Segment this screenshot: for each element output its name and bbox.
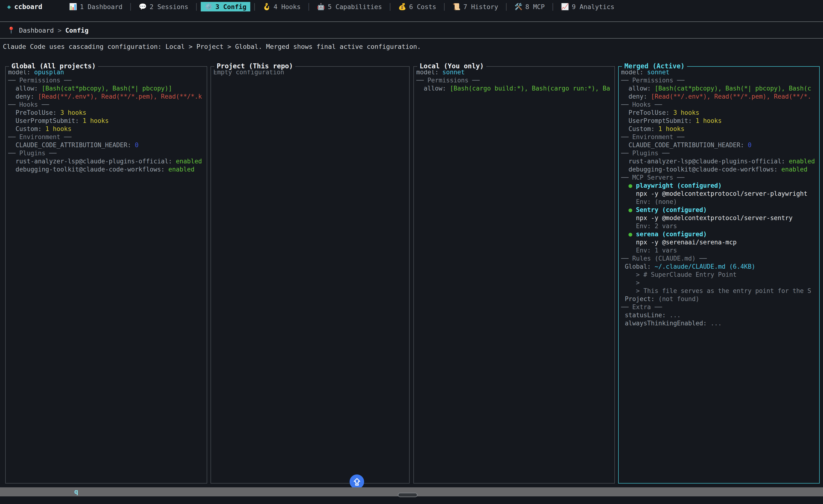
config-line: ── Permissions ── <box>621 76 817 84</box>
gear-icon: ⚙️ <box>204 3 213 10</box>
tab-divider: │ <box>250 2 259 11</box>
panel-title: Global (All projects) <box>9 62 98 70</box>
tab-label: 7 History <box>463 3 498 10</box>
tab-dashboard[interactable]: 📊1 Dashboard <box>65 2 127 11</box>
config-line: ── Environment ── <box>8 133 204 141</box>
tab-label: 6 Costs <box>409 3 436 10</box>
config-line: allow: [Bash(cat*pbcopy), Bash(*| pbcopy… <box>8 84 204 93</box>
tab-history[interactable]: 📜7 History <box>449 2 502 11</box>
tab-costs[interactable]: 💰6 Costs <box>394 2 440 11</box>
config-line: deny: [Read(**/.env*), Read(**/*.pem), R… <box>621 93 817 101</box>
config-line: Global: ~/.claude/CLAUDE.md (6.4KB) <box>621 263 817 271</box>
tab-divider: │ <box>440 2 449 11</box>
config-line: rust-analyzer-lsp@claude-plugins-officia… <box>621 157 817 165</box>
config-line: ● playwright (configured) <box>621 181 817 190</box>
config-line: PreToolUse: 3 hooks <box>8 109 204 117</box>
scroll-top-button[interactable] <box>350 475 364 489</box>
tab-divider: │ <box>502 2 511 11</box>
config-line: CLAUDE_CODE_ATTRIBUTION_HEADER: 0 <box>8 141 204 149</box>
ccboard-app: { "app": { "brand": "ccboard" }, "tab_di… <box>0 0 823 504</box>
hammer-wrench-icon: 🛠️ <box>514 3 522 10</box>
tab-analytics[interactable]: 📈9 Analytics <box>557 2 619 11</box>
quit-key-hint: q <box>74 488 78 495</box>
app-title: ccboard <box>14 3 42 11</box>
panel-body: Empty configuration <box>211 67 409 483</box>
config-line: allow: [Bash(cat*pbcopy), Bash(*| pbcopy… <box>621 84 817 93</box>
diamond-icon: ◈ <box>7 3 11 10</box>
config-line: debugging-toolkit@claude-code-workflows:… <box>621 165 817 173</box>
chart-increasing-icon: 📈 <box>561 3 569 10</box>
tab-divider: │ <box>386 2 394 11</box>
tab-capabilities[interactable]: 🤖5 Capabilities <box>313 2 386 11</box>
config-line: npx -y @serenaai/serena-mcp <box>621 238 817 246</box>
config-line: ── Permissions ── <box>416 76 612 84</box>
tab-label: 2 Sessions <box>150 3 188 10</box>
tab-hooks[interactable]: 🪝4 Hooks <box>259 2 305 11</box>
config-line: Env: 2 vars <box>621 222 817 230</box>
page-description: Claude Code uses cascading configuration… <box>3 43 421 50</box>
panel-body: model: sonnet── Permissions ── allow: [B… <box>619 67 819 483</box>
config-line: debugging-toolkit@claude-code-workflows:… <box>8 165 204 173</box>
config-line: ── Environment ── <box>621 133 817 141</box>
config-line: npx -y @modelcontextprotocol/server-sent… <box>621 214 817 222</box>
panel-title: Project (This repo) <box>214 62 295 70</box>
config-line: UserPromptSubmit: 1 hooks <box>8 117 204 125</box>
hook-icon: 🪝 <box>263 3 271 10</box>
top-tab-bar: ◈ ccboard 📊1 Dashboard│💬2 Sessions│⚙️3 C… <box>0 0 823 22</box>
panel-body: model: opusplan── Permissions ── allow: … <box>6 67 207 483</box>
tab-label: 9 Analytics <box>572 3 614 10</box>
tab-label: 3 Config <box>215 3 246 10</box>
config-line: ── Rules (CLAUDE.md) ── <box>621 255 817 263</box>
tab-bar-items: ◈ ccboard 📊1 Dashboard│💬2 Sessions│⚙️3 C… <box>0 0 823 11</box>
config-line: statusLine: ... <box>621 311 817 319</box>
tab-sessions[interactable]: 💬2 Sessions <box>135 2 192 11</box>
panel-merged: Merged (Active) model: sonnet── Permissi… <box>618 66 820 484</box>
config-line: ── Permissions ── <box>8 76 204 84</box>
config-line: Env: 1 vars <box>621 246 817 255</box>
config-line: allow: [Bash(cargo build:*), Bash(cargo … <box>416 84 612 93</box>
config-line: CLAUDE_CODE_ATTRIBUTION_HEADER: 0 <box>621 141 817 149</box>
tab-divider: │ <box>192 2 201 11</box>
config-line: ── Hooks ── <box>621 101 817 109</box>
config-line: Custom: 1 hooks <box>8 125 204 133</box>
panel-body: model: sonnet── Permissions ── allow: [B… <box>414 67 614 483</box>
panel-title: Local (You only) <box>417 62 486 70</box>
config-line: ● serena (configured) <box>621 230 817 238</box>
tab-mcp[interactable]: 🛠️8 MCP <box>511 2 548 11</box>
bar-chart-icon: 📊 <box>69 3 77 10</box>
config-line: ── Hooks ── <box>8 101 204 109</box>
panel-local: Local (You only) model: sonnet── Permiss… <box>414 66 615 484</box>
tab-label: 8 MCP <box>525 3 545 10</box>
config-line: ── Plugins ── <box>621 149 817 157</box>
breadcrumb-parent[interactable]: Dashboard <box>19 27 54 34</box>
config-line: > # SuperClaude Entry Point <box>621 271 817 279</box>
breadcrumb: 📍 Dashboard > Config <box>0 22 823 39</box>
upload-arrow-icon <box>353 478 361 486</box>
config-line: Env: (none) <box>621 198 817 206</box>
config-line: ── Plugins ── <box>8 149 204 157</box>
config-line: ── Extra ── <box>621 303 817 311</box>
config-line: > This file serves as the entry point fo… <box>621 287 817 295</box>
tab-label: 1 Dashboard <box>80 3 122 10</box>
panel-title: Merged (Active) <box>622 62 687 70</box>
pushpin-icon: 📍 <box>7 26 15 34</box>
tab-divider: │ <box>548 2 557 11</box>
config-line: alwaysThinkingEnabled: ... <box>621 319 817 327</box>
tab-config[interactable]: ⚙️3 Config <box>201 2 250 11</box>
config-line: deny: [Read(**/.env*), Read(**/*.pem), R… <box>8 93 204 101</box>
robot-icon: 🤖 <box>317 3 325 10</box>
config-line: ── MCP Servers ── <box>621 173 817 181</box>
tab-divider: │ <box>305 2 313 11</box>
scroll-icon: 📜 <box>453 3 461 10</box>
money-bag-icon: 💰 <box>398 3 406 10</box>
tab-label: 4 Hooks <box>274 3 301 10</box>
panel-global: Global (All projects) model: opusplan── … <box>5 66 207 484</box>
breadcrumb-current: Config <box>65 27 89 34</box>
config-line: Project: (not found) <box>621 295 817 303</box>
horizontal-scrollbar-thumb[interactable] <box>398 493 418 497</box>
config-line: UserPromptSubmit: 1 hooks <box>621 117 817 125</box>
breadcrumb-separator: > <box>58 27 61 34</box>
config-line: ● Sentry (configured) <box>621 206 817 214</box>
config-line: npx -y @modelcontextprotocol/server-play… <box>621 190 817 198</box>
tab-divider: │ <box>126 2 135 11</box>
